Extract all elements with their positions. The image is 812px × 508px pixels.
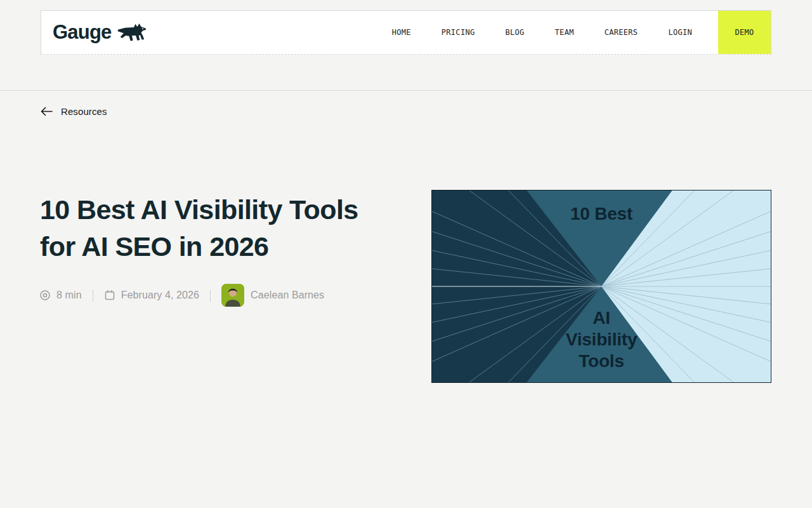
nav-item-blog[interactable]: BLOG [505, 28, 524, 37]
dog-logo-icon [117, 23, 147, 44]
hero-bottom-line3: Tools [579, 351, 624, 371]
eye-icon [39, 290, 51, 301]
meta-separator [210, 290, 211, 302]
nav-item-team[interactable]: TEAM [555, 28, 574, 37]
hero-top-label: 10 Best [432, 203, 771, 225]
header-divider [0, 90, 812, 91]
brand-name: Gauge [53, 21, 111, 44]
nav-item-pricing[interactable]: PRICING [442, 28, 475, 37]
meta-separator [93, 290, 93, 302]
author-name: Caelean Barnes [251, 290, 324, 301]
page-title-line2: for AI SEO in 2026 [40, 231, 268, 262]
article-meta: 8 min February 4, 2026 Caelean Barnes [39, 284, 324, 307]
publish-date: February 4, 2026 [121, 290, 199, 301]
read-time: 8 min [56, 290, 82, 301]
main-nav: HOME PRICING BLOG TEAM CAREERS LOGIN [392, 28, 692, 37]
breadcrumb-label: Resources [61, 106, 107, 117]
author-avatar [221, 284, 244, 307]
header: Gauge HOME PRICING BLOG TEAM CAREERS LOG… [41, 10, 771, 55]
nav-item-home[interactable]: HOME [392, 28, 411, 37]
demo-button[interactable]: DEMO [718, 11, 771, 54]
page-title-line1: 10 Best AI Visibility Tools [40, 194, 358, 225]
hero-bottom-line1: AI [593, 308, 610, 328]
page: Gauge HOME PRICING BLOG TEAM CAREERS LOG… [0, 0, 812, 508]
page-title: 10 Best AI Visibility Tools for AI SEO i… [40, 191, 408, 265]
calendar-icon [104, 290, 115, 301]
hero-bottom-line2: Visibility [566, 330, 638, 349]
nav-item-careers[interactable]: CAREERS [605, 28, 638, 37]
hero-image: 10 Best AI Visibility Tools [431, 190, 771, 383]
breadcrumb[interactable]: Resources [41, 106, 107, 117]
hero-bottom-label: AI Visibility Tools [432, 307, 771, 372]
nav-item-login[interactable]: LOGIN [668, 28, 692, 37]
brand-logo[interactable]: Gauge [53, 20, 147, 44]
back-arrow-icon [41, 107, 53, 116]
